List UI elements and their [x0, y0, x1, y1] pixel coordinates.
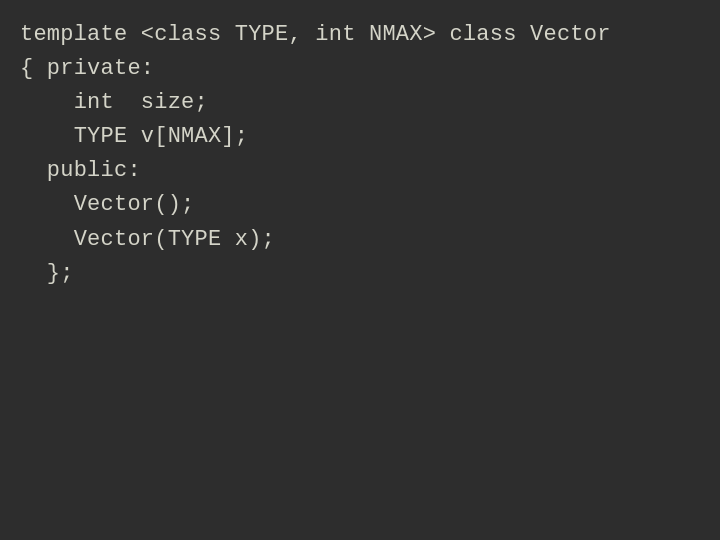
code-line-6: Vector();	[20, 192, 195, 217]
code-line-1: template <class TYPE, int NMAX> class Ve…	[20, 22, 611, 47]
code-line-4: TYPE v[NMAX];	[20, 124, 248, 149]
code-line-2: { private:	[20, 56, 154, 81]
code-line-7: Vector(TYPE x);	[20, 227, 275, 252]
code-line-3: int size;	[20, 90, 208, 115]
code-line-5: public:	[20, 158, 141, 183]
code-editor: template <class TYPE, int NMAX> class Ve…	[0, 0, 631, 309]
code-line-8: };	[20, 261, 74, 286]
